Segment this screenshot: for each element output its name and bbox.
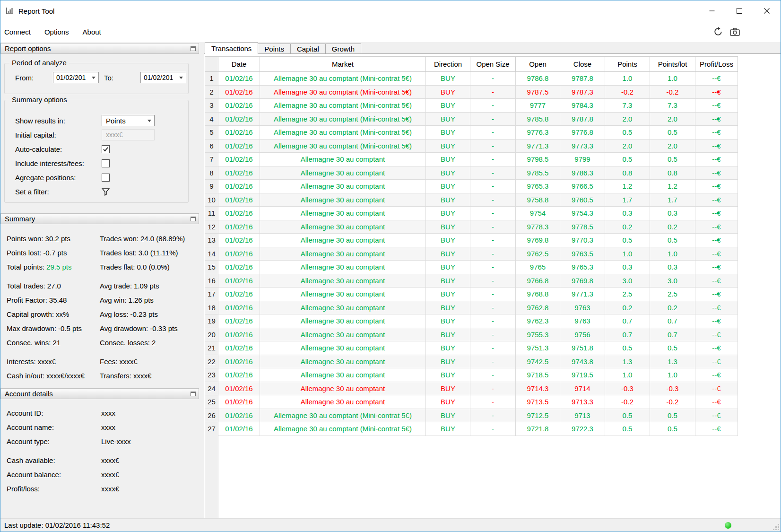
transaction-row[interactable]: 1501/02/16Allemagne 30 au comptantBUY-97…: [205, 261, 738, 274]
cell-points-lot: 0.7: [650, 328, 695, 341]
row-number[interactable]: 11: [205, 207, 218, 220]
cell-points: 0.5: [605, 409, 650, 422]
column-header-date[interactable]: Date: [218, 57, 260, 72]
row-number[interactable]: 13: [205, 234, 218, 247]
row-number[interactable]: 26: [205, 409, 218, 422]
column-header-open[interactable]: Open: [516, 57, 560, 72]
tab-transactions[interactable]: Transactions: [205, 42, 258, 54]
transaction-row[interactable]: 1801/02/16Allemagne 30 au comptantBUY-97…: [205, 301, 738, 314]
row-number[interactable]: 14: [205, 247, 218, 261]
transaction-row[interactable]: 1401/02/16Allemagne 30 au comptantBUY-97…: [205, 247, 738, 261]
cell-market: Allemagne 30 au comptant: [260, 180, 426, 193]
row-number[interactable]: 20: [205, 328, 218, 341]
cell-close: 9722.3: [560, 422, 605, 436]
transaction-row[interactable]: 601/02/16Allemagne 30 au comptant (Mini-…: [205, 139, 738, 153]
transaction-row[interactable]: 2701/02/16Allemagne 30 au comptant (Mini…: [205, 422, 738, 436]
row-number[interactable]: 17: [205, 288, 218, 301]
resize-grip-icon[interactable]: [773, 524, 780, 531]
row-number[interactable]: 10: [205, 193, 218, 207]
refresh-icon[interactable]: [713, 27, 723, 36]
transaction-row[interactable]: 1101/02/16Allemagne 30 au comptantBUY-97…: [205, 207, 738, 220]
cell-points: -0.2: [605, 85, 650, 99]
account-value: Live-xxxx: [101, 437, 131, 445]
transaction-row[interactable]: 401/02/16Allemagne 30 au comptant (Mini-…: [205, 112, 738, 126]
cell-points-lot: 0.3: [650, 207, 695, 220]
cell-date: 01/02/16: [218, 247, 260, 261]
transaction-row[interactable]: 1901/02/16Allemagne 30 au comptantBUY-97…: [205, 314, 738, 328]
transaction-row[interactable]: 801/02/16Allemagne 30 au comptantBUY-978…: [205, 166, 738, 180]
transaction-row[interactable]: 901/02/16Allemagne 30 au comptantBUY-976…: [205, 180, 738, 193]
include-interests-checkbox[interactable]: [102, 159, 110, 167]
column-header-points[interactable]: Points: [605, 57, 650, 72]
cell-close: 9765.3: [560, 261, 605, 274]
transaction-row[interactable]: 2401/02/16Allemagne 30 au comptantBUY-97…: [205, 382, 738, 395]
menu-item-options[interactable]: Options: [41, 25, 75, 39]
transaction-row[interactable]: 2101/02/16Allemagne 30 au comptantBUY-97…: [205, 341, 738, 355]
row-number[interactable]: 6: [205, 139, 218, 153]
row-number[interactable]: 12: [205, 220, 218, 234]
cell-close: 9787.8: [560, 112, 605, 126]
row-number[interactable]: 15: [205, 261, 218, 274]
transaction-row[interactable]: 1201/02/16Allemagne 30 au comptantBUY-97…: [205, 220, 738, 234]
transaction-row[interactable]: 2201/02/16Allemagne 30 au comptantBUY-97…: [205, 355, 738, 368]
float-window-icon[interactable]: [191, 217, 196, 221]
cell-open: 9713.5: [516, 395, 560, 409]
tab-growth[interactable]: Growth: [325, 44, 361, 53]
transaction-row[interactable]: 2501/02/16Allemagne 30 au comptantBUY-97…: [205, 395, 738, 409]
transaction-row[interactable]: 701/02/16Allemagne 30 au comptantBUY-979…: [205, 153, 738, 166]
transaction-row[interactable]: 1601/02/16Allemagne 30 au comptantBUY-97…: [205, 274, 738, 288]
transaction-row[interactable]: 201/02/16Allemagne 30 au comptant (Mini-…: [205, 85, 738, 99]
row-number[interactable]: 4: [205, 112, 218, 126]
row-number[interactable]: 23: [205, 368, 218, 382]
column-header-close[interactable]: Close: [560, 57, 605, 72]
row-number[interactable]: 24: [205, 382, 218, 395]
row-number[interactable]: 8: [205, 166, 218, 180]
transaction-row[interactable]: 2601/02/16Allemagne 30 au comptant (Mini…: [205, 409, 738, 422]
transaction-row[interactable]: 101/02/16Allemagne 30 au comptant (Mini-…: [205, 72, 738, 86]
screenshot-camera-icon[interactable]: [730, 28, 740, 36]
column-header-profit-loss[interactable]: Profit/Loss: [695, 57, 738, 72]
transaction-row[interactable]: 2301/02/16Allemagne 30 au comptantBUY-97…: [205, 368, 738, 382]
title-bar[interactable]: Report Tool: [0, 0, 781, 21]
column-header-direction[interactable]: Direction: [426, 57, 470, 72]
transaction-row[interactable]: 1001/02/16Allemagne 30 au comptantBUY-97…: [205, 193, 738, 207]
close-button[interactable]: [753, 0, 781, 21]
from-datepicker[interactable]: 01/02/201: [53, 72, 99, 83]
row-number[interactable]: 22: [205, 355, 218, 368]
column-header-points-lot[interactable]: Points/lot: [650, 57, 695, 72]
cell-points: 0.3: [605, 261, 650, 274]
row-number[interactable]: 1: [205, 72, 218, 86]
float-window-icon[interactable]: [191, 392, 196, 396]
show-results-select[interactable]: Points: [102, 115, 155, 126]
row-number[interactable]: 21: [205, 341, 218, 355]
to-datepicker[interactable]: 01/02/201: [140, 72, 186, 83]
transaction-row[interactable]: 2001/02/16Allemagne 30 au comptantBUY-97…: [205, 328, 738, 341]
row-number[interactable]: 3: [205, 99, 218, 113]
row-number[interactable]: 5: [205, 126, 218, 140]
row-number[interactable]: 18: [205, 301, 218, 314]
auto-calculate-checkbox[interactable]: [102, 145, 110, 153]
aggregate-positions-checkbox[interactable]: [102, 174, 110, 182]
tab-points[interactable]: Points: [258, 44, 291, 53]
row-number[interactable]: 16: [205, 274, 218, 288]
transaction-row[interactable]: 1301/02/16Allemagne 30 au comptantBUY-97…: [205, 234, 738, 247]
cell-points: -0.3: [605, 382, 650, 395]
transaction-row[interactable]: 301/02/16Allemagne 30 au comptant (Mini-…: [205, 99, 738, 113]
row-number[interactable]: 7: [205, 153, 218, 166]
row-number[interactable]: 27: [205, 422, 218, 436]
row-number[interactable]: 19: [205, 314, 218, 328]
minimize-button[interactable]: [698, 0, 726, 21]
row-number[interactable]: 25: [205, 395, 218, 409]
float-window-icon[interactable]: [191, 46, 196, 51]
transaction-row[interactable]: 1701/02/16Allemagne 30 au comptantBUY-97…: [205, 288, 738, 301]
tab-capital[interactable]: Capital: [290, 44, 326, 53]
column-header-market[interactable]: Market: [260, 57, 426, 72]
row-number[interactable]: 2: [205, 85, 218, 99]
menu-item-about[interactable]: About: [79, 25, 107, 39]
maximize-button[interactable]: [726, 0, 753, 21]
row-number[interactable]: 9: [205, 180, 218, 193]
transaction-row[interactable]: 501/02/16Allemagne 30 au comptant (Mini-…: [205, 126, 738, 140]
column-header-open-size[interactable]: Open Size: [470, 57, 516, 72]
filter-funnel-icon[interactable]: [102, 188, 110, 196]
menu-item-connect[interactable]: Connect: [0, 25, 37, 39]
